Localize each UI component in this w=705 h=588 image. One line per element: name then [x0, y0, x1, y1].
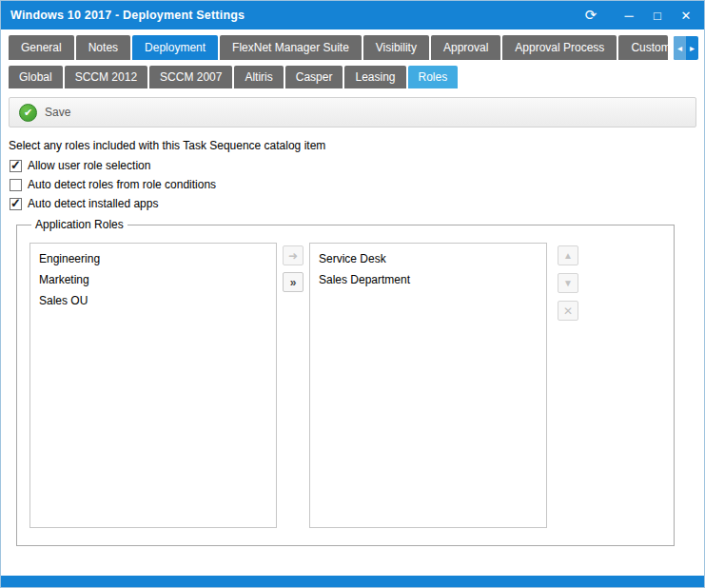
toolbar: ✔ Save — [9, 97, 696, 127]
list-item[interactable]: Sales OU — [30, 290, 276, 311]
subtab-roles[interactable]: Roles — [408, 66, 459, 88]
maximize-button[interactable]: □ — [643, 4, 672, 27]
checkbox-icon — [10, 179, 22, 191]
tab-deployment[interactable]: Deployment — [132, 35, 218, 60]
tab-flexnet-manager-suite[interactable]: FlexNet Manager Suite — [220, 35, 362, 60]
order-buttons: ▲ ▼ ✕ — [551, 243, 585, 528]
move-down-button[interactable]: ▼ — [558, 273, 578, 293]
available-roles-list[interactable]: Engineering Marketing Sales OU — [29, 243, 277, 528]
tab-custom[interactable]: Custom — [618, 35, 668, 60]
subtab-altiris[interactable]: Altiris — [234, 66, 283, 88]
remove-button[interactable]: ✕ — [558, 301, 578, 321]
move-all-right-button[interactable]: » — [283, 272, 304, 292]
subtab-sccm-2012[interactable]: SCCM 2012 — [65, 66, 147, 88]
checkbox-auto-detect-roles[interactable]: Auto detect roles from role conditions — [10, 178, 696, 191]
scroll-tabs-right-icon[interactable]: ▸ — [686, 36, 698, 60]
checkbox-icon — [10, 160, 22, 172]
secondary-tab-strip: Global SCCM 2012 SCCM 2007 Altiris Caspe… — [1, 60, 704, 88]
application-roles-legend: Application Roles — [31, 218, 127, 231]
tab-general[interactable]: General — [9, 35, 74, 60]
window-title: Windows 10 2017 - Deployment Settings — [10, 9, 577, 22]
checkbox-allow-user-role-selection[interactable]: Allow user role selection — [10, 159, 696, 172]
save-button[interactable]: ✔ Save — [19, 104, 70, 122]
save-check-icon: ✔ — [19, 104, 37, 122]
list-item[interactable]: Service Desk — [310, 248, 546, 269]
list-item[interactable]: Sales Department — [310, 269, 546, 290]
refresh-icon[interactable]: ⟳ — [577, 4, 605, 27]
checkbox-auto-detect-installed-apps[interactable]: Auto detect installed apps — [10, 197, 696, 210]
checkbox-label: Auto detect roles from role conditions — [28, 178, 216, 191]
tab-approval-process[interactable]: Approval Process — [502, 35, 617, 60]
instruction-text: Select any roles included with this Task… — [9, 139, 696, 152]
move-buttons: ➜ » — [277, 243, 309, 528]
tab-notes[interactable]: Notes — [76, 35, 130, 60]
title-bar: Windows 10 2017 - Deployment Settings ⟳ … — [1, 1, 704, 29]
subtab-global[interactable]: Global — [9, 66, 63, 88]
primary-tab-strip: General Notes Deployment FlexNet Manager… — [1, 29, 704, 60]
tab-approval[interactable]: Approval — [431, 35, 500, 60]
window-footer-bar — [1, 576, 704, 587]
checkbox-icon — [10, 198, 22, 210]
subtab-sccm-2007[interactable]: SCCM 2007 — [149, 66, 232, 88]
checkbox-label: Allow user role selection — [28, 159, 150, 172]
roles-panel: Select any roles included with this Task… — [1, 127, 704, 546]
application-roles-group: Application Roles Engineering Marketing … — [16, 218, 675, 546]
selected-roles-list[interactable]: Service Desk Sales Department — [309, 243, 547, 528]
close-button[interactable]: ✕ — [672, 4, 700, 27]
move-up-button[interactable]: ▲ — [558, 245, 578, 265]
deployment-settings-window: Windows 10 2017 - Deployment Settings ⟳ … — [0, 0, 705, 588]
subtab-leasing[interactable]: Leasing — [344, 66, 405, 88]
subtab-casper[interactable]: Casper — [285, 66, 343, 88]
checkbox-label: Auto detect installed apps — [28, 197, 158, 210]
tab-scroller: ◂ ▸ — [674, 36, 698, 60]
move-right-button[interactable]: ➜ — [283, 245, 304, 265]
minimize-button[interactable]: ─ — [615, 4, 643, 27]
save-button-label: Save — [45, 106, 70, 119]
scroll-tabs-left-icon[interactable]: ◂ — [674, 36, 686, 60]
tab-visibility[interactable]: Visibility — [363, 35, 429, 60]
list-item[interactable]: Engineering — [30, 248, 276, 269]
list-item[interactable]: Marketing — [30, 269, 276, 290]
